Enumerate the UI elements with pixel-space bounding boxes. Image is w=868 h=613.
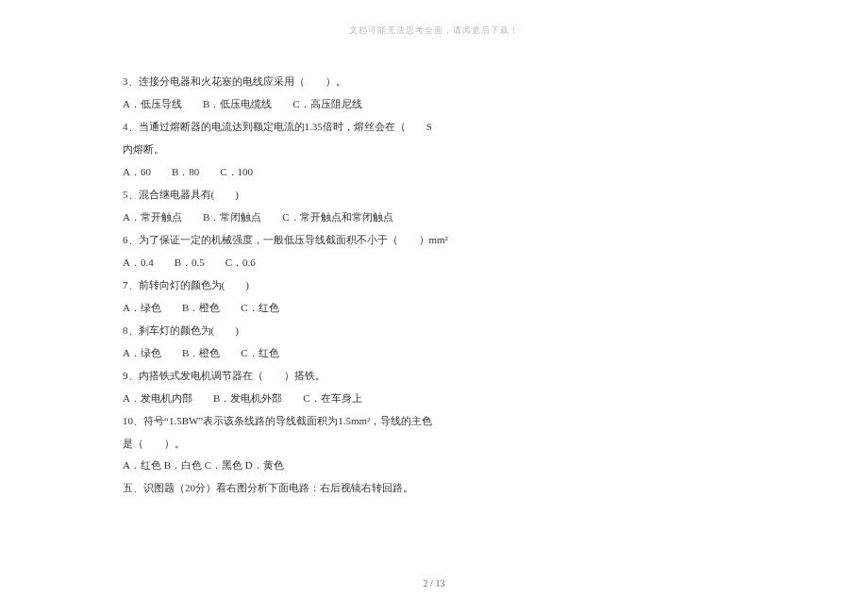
question-6-options: A．0.4 B．0.5 C．0.6 <box>123 252 651 274</box>
section-5-heading: 五、识图题（20分）看右图分析下面电路：右后视镜右转回路。 <box>123 477 651 500</box>
question-4-options: A．60 B．80 C．100 <box>123 161 651 184</box>
question-3: 3、连接分电器和火花塞的电线应采用（ ）。 <box>123 71 651 93</box>
question-7: 7、前转向灯的颜色为( ) <box>123 274 651 297</box>
question-5: 5、混合继电器具有( ) <box>123 184 651 207</box>
question-9-options: A．发电机内部 B．发电机外部 C．在车身上 <box>123 388 651 410</box>
question-10: 10、符号“1.5BW”表示该条线路的导线截面积为1.5mm²，导线的主色 <box>123 410 651 433</box>
question-9: 9、内搭铁式发电机调节器在（ ）搭铁。 <box>123 365 651 388</box>
question-8: 8、刹车灯的颜色为( ) <box>123 320 651 342</box>
question-10-options: A．红色 B．白色 C．黑色 D．黄色 <box>123 455 651 477</box>
page-number: 2 / 13 <box>424 578 445 588</box>
question-6: 6、为了保证一定的机械强度，一般低压导线截面积不小于（ ）mm² <box>123 229 651 252</box>
question-4-cont: 内熔断。 <box>123 139 651 161</box>
question-10-cont: 是（ ）。 <box>123 433 651 456</box>
question-3-options: A．低压导线 B．低压电缆线 C．高压阻尼线 <box>123 93 651 116</box>
question-8-options: A．绿色 B．橙色 C．红色 <box>123 342 651 365</box>
question-4: 4、当通过熔断器的电流达到额定电流的1.35倍时，熔丝会在（ S <box>123 116 651 139</box>
watermark-text: 文档可能无法思考全面，请阅览后下载！ <box>349 25 519 37</box>
question-5-options: A．常开触点 B．常闭触点 C．常开触点和常闭触点 <box>123 207 651 229</box>
question-7-options: A．绿色 B．橙色 C．红色 <box>123 297 651 320</box>
document-content: 3、连接分电器和火花塞的电线应采用（ ）。 A．低压导线 B．低压电缆线 C．高… <box>123 71 651 500</box>
